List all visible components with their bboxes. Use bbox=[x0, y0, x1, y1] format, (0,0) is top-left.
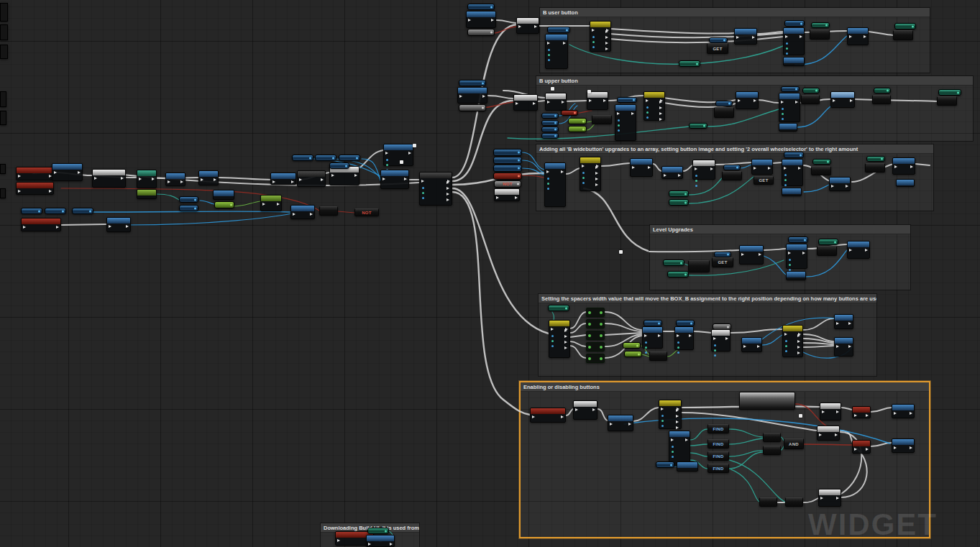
variable-pill[interactable] bbox=[541, 113, 559, 119]
variable-pill[interactable] bbox=[493, 165, 522, 172]
function-node[interactable] bbox=[751, 159, 773, 175]
branch-node[interactable] bbox=[586, 308, 605, 317]
operator-node[interactable] bbox=[801, 95, 820, 104]
function-node[interactable] bbox=[642, 326, 663, 349]
variable-pill[interactable] bbox=[214, 201, 234, 208]
operator-node[interactable] bbox=[865, 163, 885, 173]
variable-pill[interactable] bbox=[467, 4, 495, 10]
variable-pill[interactable] bbox=[669, 190, 689, 197]
function-node[interactable] bbox=[830, 91, 855, 108]
data-pins[interactable] bbox=[422, 187, 424, 202]
function-node[interactable] bbox=[383, 144, 413, 166]
variable-pill[interactable] bbox=[624, 351, 642, 357]
pure-function-node[interactable] bbox=[137, 170, 157, 188]
blueprint-graph[interactable]: B user buttonB upper buttonAdding all 'B… bbox=[0, 0, 980, 547]
function-node[interactable] bbox=[892, 404, 915, 418]
sequence-node[interactable] bbox=[419, 172, 452, 206]
function-node[interactable] bbox=[739, 245, 764, 265]
branch-node[interactable] bbox=[586, 331, 605, 340]
event-node[interactable] bbox=[852, 406, 871, 418]
variable-pill[interactable] bbox=[802, 88, 820, 93]
variable-pill[interactable] bbox=[667, 271, 689, 277]
data-pins[interactable] bbox=[786, 42, 788, 58]
branch-node[interactable] bbox=[586, 354, 605, 363]
variable-pill[interactable] bbox=[315, 155, 336, 161]
value-pill[interactable] bbox=[459, 104, 486, 111]
variable-pill[interactable] bbox=[656, 461, 674, 468]
reroute-node[interactable] bbox=[587, 90, 591, 93]
variable-pill[interactable] bbox=[493, 149, 522, 156]
operator-node[interactable] bbox=[817, 246, 837, 256]
function-node[interactable] bbox=[661, 166, 683, 179]
variable-pill[interactable] bbox=[812, 159, 831, 165]
data-pins[interactable] bbox=[646, 106, 649, 121]
function-node[interactable] bbox=[834, 337, 853, 357]
operator-node[interactable] bbox=[811, 166, 831, 175]
function-node[interactable] bbox=[892, 438, 915, 453]
variable-pill[interactable] bbox=[617, 97, 637, 103]
function-node[interactable] bbox=[741, 337, 762, 352]
value-pill[interactable]: NOT bbox=[494, 180, 521, 188]
data-pins[interactable] bbox=[582, 172, 585, 187]
variable-pill[interactable] bbox=[493, 157, 522, 164]
variable-pill[interactable] bbox=[292, 155, 313, 161]
reroute-node[interactable] bbox=[551, 87, 554, 91]
macro-node[interactable] bbox=[329, 166, 360, 185]
function-node[interactable] bbox=[213, 190, 234, 200]
operator-node[interactable]: GET bbox=[707, 43, 728, 54]
variable-pill[interactable] bbox=[663, 259, 684, 266]
pure-function-node[interactable] bbox=[260, 195, 282, 211]
function-node[interactable] bbox=[380, 170, 409, 189]
operator-node[interactable] bbox=[763, 446, 781, 455]
variable-pill[interactable] bbox=[459, 80, 486, 86]
exec-pins[interactable] bbox=[564, 329, 567, 352]
exec-pins[interactable] bbox=[595, 166, 598, 189]
data-pins[interactable] bbox=[677, 341, 679, 357]
function-node[interactable] bbox=[165, 173, 186, 186]
function-node[interactable] bbox=[674, 326, 694, 350]
function-node[interactable] bbox=[782, 188, 802, 196]
variable-pill[interactable] bbox=[894, 23, 916, 29]
variable-pill[interactable] bbox=[644, 320, 662, 326]
function-node[interactable] bbox=[457, 87, 487, 104]
function-node[interactable] bbox=[783, 27, 805, 55]
function-node[interactable] bbox=[545, 34, 568, 69]
function-node[interactable] bbox=[786, 271, 806, 280]
variable-pill[interactable] bbox=[669, 199, 689, 206]
variable-pill[interactable] bbox=[541, 120, 559, 126]
reroute-node[interactable] bbox=[413, 144, 416, 147]
variable-pill[interactable] bbox=[72, 208, 93, 214]
operator-node[interactable] bbox=[649, 351, 667, 361]
switch-node[interactable] bbox=[549, 320, 570, 358]
event-node[interactable] bbox=[16, 167, 54, 180]
macro-node[interactable] bbox=[545, 93, 567, 111]
function-node[interactable] bbox=[786, 244, 807, 269]
function-node[interactable] bbox=[834, 314, 853, 329]
operator-node[interactable]: GET bbox=[712, 257, 733, 267]
variable-pill[interactable] bbox=[784, 152, 804, 158]
variable-pill[interactable] bbox=[493, 173, 522, 180]
operator-node[interactable] bbox=[592, 115, 612, 124]
operator-node[interactable] bbox=[937, 96, 957, 106]
function-node[interactable] bbox=[779, 123, 797, 132]
macro-node[interactable] bbox=[817, 426, 840, 441]
variable-pill[interactable] bbox=[45, 208, 66, 214]
variable-pill[interactable] bbox=[179, 196, 198, 203]
function-node[interactable] bbox=[544, 162, 566, 207]
function-node[interactable] bbox=[466, 11, 496, 28]
note-node[interactable] bbox=[739, 392, 795, 410]
event-node[interactable] bbox=[21, 218, 61, 231]
data-pins[interactable] bbox=[714, 344, 716, 359]
operator-node[interactable]: FIND bbox=[707, 451, 729, 461]
variable-pill[interactable] bbox=[367, 528, 389, 534]
operator-node[interactable]: FIND bbox=[707, 424, 729, 433]
function-node[interactable] bbox=[270, 173, 296, 185]
event-node[interactable] bbox=[16, 182, 54, 195]
variable-pill[interactable] bbox=[568, 118, 587, 124]
operator-node[interactable]: GET bbox=[754, 176, 774, 185]
variable-pill[interactable] bbox=[339, 155, 360, 161]
variable-pill[interactable] bbox=[818, 239, 838, 245]
operator-node[interactable] bbox=[763, 433, 781, 442]
variable-pill[interactable] bbox=[874, 88, 891, 93]
value-pill[interactable] bbox=[467, 29, 495, 36]
